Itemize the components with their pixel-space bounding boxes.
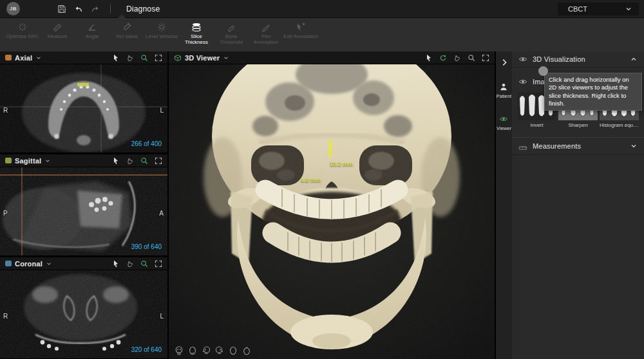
ruler-icon[interactable] bbox=[518, 142, 527, 151]
orientation-label-left: R bbox=[3, 313, 8, 320]
sagittal-slice-image[interactable]: P A 390 of 640 bbox=[0, 167, 167, 255]
cursor-tool-icon[interactable] bbox=[112, 54, 120, 62]
tool-angle[interactable]: Angle bbox=[75, 22, 109, 39]
pan-hand-icon[interactable] bbox=[126, 54, 134, 62]
eye-icon[interactable] bbox=[518, 55, 527, 64]
fullscreen-icon[interactable] bbox=[155, 157, 162, 165]
top-bar: JB Diagnose CBCT bbox=[0, 0, 644, 18]
chevron-down-icon[interactable] bbox=[46, 261, 52, 267]
axial-slice-counter: 266 of 400 bbox=[131, 140, 162, 147]
dataset-selector[interactable]: CBCT bbox=[558, 3, 639, 15]
tool-hu-value[interactable]: HU Value bbox=[109, 22, 144, 39]
save-icon[interactable] bbox=[57, 5, 66, 14]
tool-level-window[interactable]: Level Window bbox=[144, 22, 179, 39]
chevron-down-icon bbox=[625, 5, 632, 13]
orientation-label-left: R bbox=[3, 107, 8, 114]
fullscreen-icon[interactable] bbox=[482, 54, 489, 62]
tool-bone-threshold[interactable]: Bone Threshold bbox=[214, 22, 249, 46]
chevron-down-icon[interactable] bbox=[223, 55, 229, 61]
orientation-label-right: A bbox=[159, 210, 164, 217]
app-window: JB Diagnose CBCT Optimize DRC Measure An… bbox=[0, 0, 644, 359]
axial-plane-icon bbox=[5, 55, 12, 60]
collapse-panel-icon[interactable] bbox=[500, 58, 509, 67]
coronal-plane-icon bbox=[5, 261, 12, 266]
view-skull-right-icon[interactable] bbox=[214, 345, 225, 356]
3d-viewer-title: 3D Viewer bbox=[185, 54, 220, 62]
view-preset-bar bbox=[174, 345, 252, 356]
view-skull-left-icon[interactable] bbox=[201, 345, 211, 356]
tab-viewer[interactable]: Viewer bbox=[497, 115, 511, 131]
section-measurements[interactable]: Measurements bbox=[512, 137, 644, 155]
cursor-tool-icon[interactable] bbox=[425, 54, 433, 62]
redo-icon[interactable] bbox=[91, 5, 100, 14]
zoom-icon[interactable] bbox=[140, 54, 148, 62]
coronal-viewer[interactable]: Coronal bbox=[0, 257, 167, 359]
3d-viewer-header: 3D Viewer bbox=[169, 51, 495, 64]
active-tab-notch bbox=[118, 14, 126, 18]
user-avatar[interactable]: JB bbox=[6, 2, 20, 15]
toolbar-divider bbox=[110, 5, 111, 14]
sagittal-plane-icon bbox=[5, 158, 12, 163]
tab-patient[interactable]: Patient bbox=[497, 82, 511, 99]
view-head-top-icon[interactable] bbox=[242, 345, 252, 356]
coronal-slice-counter: 320 of 640 bbox=[131, 346, 162, 353]
sagittal-slice-counter: 390 of 640 bbox=[131, 243, 162, 250]
dataset-selector-value: CBCT bbox=[568, 5, 625, 13]
undo-icon[interactable] bbox=[74, 5, 83, 14]
view-skull-front-icon[interactable] bbox=[174, 345, 184, 356]
fullscreen-icon[interactable] bbox=[155, 54, 162, 62]
tool-optimize-drc[interactable]: Optimize DRC bbox=[5, 22, 40, 39]
tools-toolbar: Optimize DRC Measure Angle HU Value Leve… bbox=[0, 18, 644, 51]
view-head-front-icon[interactable] bbox=[187, 345, 198, 356]
measurement-label-1[interactable]: 10.2 mm bbox=[330, 161, 353, 167]
coronal-viewer-header: Coronal bbox=[0, 257, 167, 270]
sagittal-viewer-title: Sagittal bbox=[15, 157, 41, 165]
page-title: Diagnose bbox=[126, 5, 160, 14]
chevron-down-icon[interactable] bbox=[35, 55, 42, 61]
tool-slice-thickness[interactable]: Slice Thickness bbox=[179, 22, 214, 46]
tool-measure[interactable]: Measure bbox=[40, 22, 75, 39]
zoom-icon[interactable] bbox=[140, 157, 148, 165]
orientation-label-left: P bbox=[3, 210, 8, 217]
3d-cube-icon bbox=[174, 54, 182, 62]
tool-edit-annotation[interactable]: Edit Annotation bbox=[283, 22, 318, 39]
axial-viewer[interactable]: Axial bbox=[0, 51, 167, 153]
fullscreen-icon[interactable] bbox=[155, 260, 162, 268]
eye-icon[interactable] bbox=[518, 77, 527, 86]
patient-person-icon bbox=[499, 82, 508, 91]
side-tab-strip: Patient Viewer bbox=[495, 51, 512, 359]
tool-pen-annotation[interactable]: Pen Annotation bbox=[249, 22, 283, 46]
pan-hand-icon[interactable] bbox=[126, 260, 134, 268]
chevron-down-icon[interactable] bbox=[44, 158, 51, 164]
pan-hand-icon[interactable] bbox=[126, 157, 134, 165]
cursor-tool-icon[interactable] bbox=[112, 260, 120, 268]
slice-thickness-tooltip: Click and drag horizontally on 2D slice … bbox=[544, 73, 642, 111]
zoom-icon[interactable] bbox=[468, 54, 475, 62]
slice-viewer-column: Axial bbox=[0, 51, 167, 359]
pan-hand-icon[interactable] bbox=[453, 54, 461, 62]
view-head-back-icon[interactable] bbox=[228, 345, 238, 356]
sagittal-viewer-header: Sagittal bbox=[0, 154, 167, 167]
3d-viewer[interactable]: 3D Viewer bbox=[169, 51, 495, 359]
sagittal-viewer[interactable]: Sagittal bbox=[0, 154, 167, 256]
rotate-3d-icon[interactable] bbox=[439, 54, 447, 62]
viewer-eye-icon bbox=[499, 115, 508, 124]
tooltip-cursor-dot bbox=[538, 66, 548, 76]
orientation-label-right: L bbox=[160, 107, 164, 114]
axial-viewer-header: Axial bbox=[0, 51, 167, 64]
chevron-down-icon[interactable] bbox=[630, 142, 638, 150]
coronal-viewer-title: Coronal bbox=[15, 260, 43, 268]
section-3d-visualization[interactable]: 3D Visualization bbox=[512, 51, 644, 67]
zoom-icon[interactable] bbox=[140, 260, 148, 268]
3d-render-canvas[interactable]: 10.2 mm 4.8 mm bbox=[169, 64, 495, 359]
measurement-label-2[interactable]: 4.8 mm bbox=[301, 177, 321, 183]
chevron-up-icon[interactable] bbox=[630, 55, 638, 63]
coronal-slice-image[interactable]: R L 320 of 640 bbox=[0, 270, 167, 358]
orientation-label-right: L bbox=[160, 313, 164, 320]
axial-viewer-title: Axial bbox=[15, 54, 32, 62]
axial-slice-image[interactable]: R L 266 of 400 bbox=[0, 64, 167, 152]
cursor-tool-icon[interactable] bbox=[112, 157, 120, 165]
